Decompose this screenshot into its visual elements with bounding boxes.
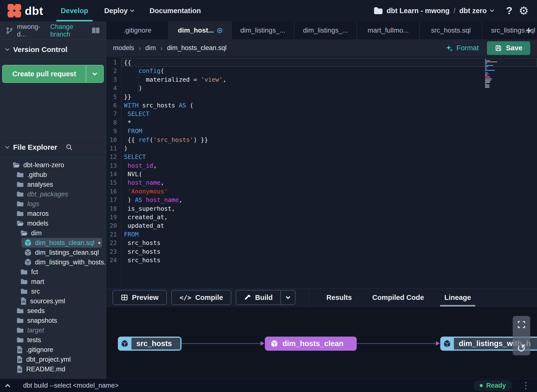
search-icon[interactable]: [66, 144, 73, 151]
tree-item-sources.yml[interactable]: sources.yml: [0, 296, 106, 306]
tree-item-label: logs: [27, 200, 39, 208]
new-tab-button[interactable]: +: [522, 21, 536, 39]
tree-item-dim-hosts-clean.sql[interactable]: dim_hosts_clean.sql•: [21, 238, 102, 248]
preview-button[interactable]: Preview: [113, 290, 167, 305]
editor-tab-mart-fullmo...[interactable]: mart_fullmo...: [357, 21, 420, 39]
tree-item-snapshots[interactable]: snapshots: [0, 316, 106, 325]
tree-item-analyses[interactable]: analyses: [0, 180, 106, 189]
tree-item-dim[interactable]: dim: [0, 228, 106, 238]
change-branch-link[interactable]: Change branch: [50, 23, 87, 38]
create-pull-request-button[interactable]: Create pull request: [2, 65, 104, 83]
create-pull-request-label[interactable]: Create pull request: [3, 65, 86, 82]
create-pull-request-dropdown[interactable]: [86, 65, 103, 82]
tab-compiled-code[interactable]: Compiled Code: [362, 288, 434, 306]
code-line-4[interactable]: ): [121, 84, 537, 92]
code-line-11[interactable]: ): [121, 144, 537, 153]
tree-item-.gitignore[interactable]: .gitignore: [0, 345, 106, 355]
code-line-19[interactable]: created_at,: [121, 213, 537, 221]
tree-item-label: dbt_project.yml: [26, 356, 71, 363]
help-button[interactable]: ?: [506, 5, 512, 17]
tree-item-readme.md[interactable]: README.md: [0, 364, 106, 374]
code-line-16[interactable]: 'Anonymous': [121, 187, 537, 196]
docs-book-icon[interactable]: [91, 27, 100, 34]
file-explorer-header[interactable]: File Explorer: [0, 138, 106, 157]
code-line-21[interactable]: FROM: [121, 230, 537, 239]
project-picker[interactable]: dbt Learn - mwong / dbt zero: [373, 7, 494, 15]
build-button[interactable]: Build: [236, 290, 296, 305]
tree-item-logs[interactable]: logs: [0, 199, 106, 209]
code-line-1[interactable]: {{: [121, 58, 537, 67]
tab-results[interactable]: Results: [316, 288, 362, 306]
save-button[interactable]: Save: [487, 41, 530, 55]
dbt-logo[interactable]: dbt: [7, 0, 43, 21]
expand-console-chevron-up-icon[interactable]: [5, 384, 10, 389]
tree-item-fct[interactable]: fct: [0, 267, 106, 277]
settings-gear-icon[interactable]: ⚙: [519, 5, 529, 16]
preview-button-main[interactable]: Preview: [113, 290, 166, 305]
code-line-17[interactable]: ) AS host_name,: [121, 196, 537, 204]
code-line-12[interactable]: SELECT: [121, 153, 537, 161]
format-button[interactable]: Format: [446, 44, 479, 52]
code-line-24[interactable]: src_hosts: [121, 256, 537, 264]
build-button-main[interactable]: Build: [236, 290, 281, 305]
tree-item-seeds[interactable]: seeds: [0, 306, 106, 316]
code-line-8[interactable]: *: [121, 118, 537, 127]
build-dropdown-caret[interactable]: [280, 290, 295, 305]
code-line-10[interactable]: {{ ref('src_hosts') }}: [121, 136, 537, 144]
editor-tab-src-hosts.sql[interactable]: src_hosts.sql: [420, 21, 482, 39]
editor-tab-.gitignore[interactable]: .gitignore: [106, 21, 169, 39]
folder-icon: [17, 181, 24, 188]
tree-item-models[interactable]: models: [0, 218, 106, 228]
code-line-20[interactable]: updated_at: [121, 221, 537, 230]
nav-item-develop[interactable]: Develop: [61, 0, 88, 21]
breadcrumb-item[interactable]: dim_hosts_clean.sql: [167, 44, 227, 52]
tree-item-tests[interactable]: tests: [0, 335, 106, 345]
tree-item-src[interactable]: src: [0, 287, 106, 296]
code-line-5[interactable]: }}: [121, 93, 537, 101]
refresh-icon[interactable]: ↺: [517, 343, 526, 354]
code-area[interactable]: {{ config( materialized = 'view', )}}WIT…: [121, 57, 537, 288]
editor-minimap[interactable]: [485, 59, 499, 88]
nav-item-deploy[interactable]: Deploy: [104, 0, 134, 21]
tab-lineage[interactable]: Lineage: [434, 288, 481, 306]
tree-item-dbt-packages[interactable]: dbt_packages: [0, 189, 106, 199]
editor-tab-dim-listings-...[interactable]: dim_listings_...: [294, 21, 357, 39]
code-line-22[interactable]: src_hosts: [121, 239, 537, 247]
lineage-node-src-hosts[interactable]: src_hosts: [118, 337, 182, 351]
lineage-node-dim-hosts-clean[interactable]: dim_hosts_clean: [265, 337, 357, 351]
code-line-2[interactable]: config(: [121, 67, 537, 75]
tree-item-macros[interactable]: macros: [0, 209, 106, 218]
folder-open-icon: [17, 220, 24, 226]
code-editor[interactable]: 123456789101112131415161718192021222324 …: [106, 57, 537, 288]
code-line-13[interactable]: host_id,: [121, 161, 537, 170]
compile-button-main[interactable]: </>Compile: [172, 290, 231, 305]
code-line-14[interactable]: NVL(: [121, 170, 537, 178]
code-line-18[interactable]: is_superhost,: [121, 204, 537, 213]
tree-item-dim-listings-with-hosts...[interactable]: dim_listings_with_hosts...: [0, 257, 106, 267]
breadcrumb-item[interactable]: models: [113, 44, 134, 52]
tree-item-dbt-project.yml[interactable]: dbt_project.yml: [0, 355, 106, 364]
code-line-7[interactable]: SELECT: [121, 110, 537, 118]
line-number: 12: [106, 153, 117, 161]
tree-item-dim-listings-clean.sql[interactable]: dim_listings_clean.sql: [0, 248, 106, 257]
code-line-6[interactable]: WITH src_hosts AS (: [121, 101, 537, 110]
version-control-header[interactable]: Version Control: [0, 40, 106, 60]
compile-button[interactable]: </>Compile: [171, 290, 231, 305]
editor-tab-dim-host...[interactable]: dim_host...: [169, 21, 232, 39]
tree-item-target[interactable]: target: [0, 325, 106, 335]
kebab-menu-icon[interactable]: ⋮: [519, 380, 533, 391]
nav-item-documentation[interactable]: Documentation: [150, 0, 201, 21]
breadcrumb-item[interactable]: dim: [145, 44, 156, 52]
folder-open-icon: [13, 162, 20, 168]
code-line-23[interactable]: src_hosts: [121, 247, 537, 256]
tree-item-mart[interactable]: mart: [0, 277, 106, 287]
line-number: 14: [106, 170, 117, 178]
code-line-15[interactable]: host_name,: [121, 178, 537, 187]
model-cube-icon: [24, 239, 32, 247]
code-line-3[interactable]: materialized = 'view',: [121, 75, 537, 84]
tree-item-dbt-learn-zero[interactable]: dbt-learn-zero: [0, 160, 106, 170]
editor-tab-dim-listings-...[interactable]: dim_listings_...: [232, 21, 294, 39]
code-line-9[interactable]: FROM: [121, 127, 537, 135]
tree-item-.github[interactable]: .github: [0, 170, 106, 180]
fullscreen-icon[interactable]: [517, 320, 526, 329]
